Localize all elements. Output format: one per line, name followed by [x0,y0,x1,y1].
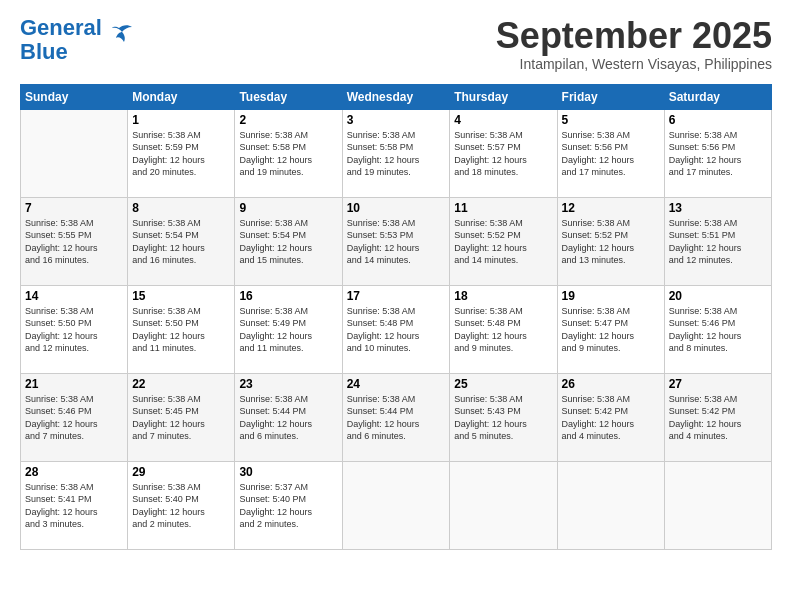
calendar-cell: 12Sunrise: 5:38 AM Sunset: 5:52 PM Dayli… [557,197,664,285]
day-number: 14 [25,289,123,303]
calendar-cell: 4Sunrise: 5:38 AM Sunset: 5:57 PM Daylig… [450,109,557,197]
calendar-cell: 29Sunrise: 5:38 AM Sunset: 5:40 PM Dayli… [128,461,235,549]
calendar-week-row: 14Sunrise: 5:38 AM Sunset: 5:50 PM Dayli… [21,285,772,373]
calendar-cell: 26Sunrise: 5:38 AM Sunset: 5:42 PM Dayli… [557,373,664,461]
calendar-cell: 30Sunrise: 5:37 AM Sunset: 5:40 PM Dayli… [235,461,342,549]
day-info: Sunrise: 5:38 AM Sunset: 5:42 PM Dayligh… [562,393,660,443]
day-info: Sunrise: 5:38 AM Sunset: 5:56 PM Dayligh… [669,129,767,179]
day-info: Sunrise: 5:38 AM Sunset: 5:55 PM Dayligh… [25,217,123,267]
month-title: September 2025 [496,16,772,56]
calendar-cell: 11Sunrise: 5:38 AM Sunset: 5:52 PM Dayli… [450,197,557,285]
calendar-cell: 22Sunrise: 5:38 AM Sunset: 5:45 PM Dayli… [128,373,235,461]
calendar-cell: 10Sunrise: 5:38 AM Sunset: 5:53 PM Dayli… [342,197,450,285]
day-number: 26 [562,377,660,391]
day-info: Sunrise: 5:38 AM Sunset: 5:44 PM Dayligh… [347,393,446,443]
day-info: Sunrise: 5:38 AM Sunset: 5:50 PM Dayligh… [25,305,123,355]
calendar-cell: 17Sunrise: 5:38 AM Sunset: 5:48 PM Dayli… [342,285,450,373]
day-number: 24 [347,377,446,391]
column-header-saturday: Saturday [664,84,771,109]
day-number: 16 [239,289,337,303]
day-number: 20 [669,289,767,303]
calendar-cell: 23Sunrise: 5:38 AM Sunset: 5:44 PM Dayli… [235,373,342,461]
day-number: 7 [25,201,123,215]
title-block: September 2025 Intampilan, Western Visay… [496,16,772,72]
day-info: Sunrise: 5:38 AM Sunset: 5:59 PM Dayligh… [132,129,230,179]
calendar-week-row: 7Sunrise: 5:38 AM Sunset: 5:55 PM Daylig… [21,197,772,285]
calendar-cell [664,461,771,549]
calendar-cell: 14Sunrise: 5:38 AM Sunset: 5:50 PM Dayli… [21,285,128,373]
day-number: 17 [347,289,446,303]
day-info: Sunrise: 5:38 AM Sunset: 5:56 PM Dayligh… [562,129,660,179]
calendar-week-row: 21Sunrise: 5:38 AM Sunset: 5:46 PM Dayli… [21,373,772,461]
day-number: 22 [132,377,230,391]
calendar-cell [342,461,450,549]
day-number: 5 [562,113,660,127]
day-info: Sunrise: 5:38 AM Sunset: 5:45 PM Dayligh… [132,393,230,443]
day-number: 18 [454,289,552,303]
day-number: 15 [132,289,230,303]
calendar-cell: 2Sunrise: 5:38 AM Sunset: 5:58 PM Daylig… [235,109,342,197]
calendar-cell [450,461,557,549]
column-header-tuesday: Tuesday [235,84,342,109]
calendar-cell: 3Sunrise: 5:38 AM Sunset: 5:58 PM Daylig… [342,109,450,197]
calendar-cell: 28Sunrise: 5:38 AM Sunset: 5:41 PM Dayli… [21,461,128,549]
day-number: 23 [239,377,337,391]
logo: GeneralBlue [20,16,134,64]
calendar-cell: 5Sunrise: 5:38 AM Sunset: 5:56 PM Daylig… [557,109,664,197]
calendar-week-row: 28Sunrise: 5:38 AM Sunset: 5:41 PM Dayli… [21,461,772,549]
day-info: Sunrise: 5:38 AM Sunset: 5:51 PM Dayligh… [669,217,767,267]
day-info: Sunrise: 5:38 AM Sunset: 5:43 PM Dayligh… [454,393,552,443]
day-number: 1 [132,113,230,127]
calendar-cell: 8Sunrise: 5:38 AM Sunset: 5:54 PM Daylig… [128,197,235,285]
day-info: Sunrise: 5:38 AM Sunset: 5:58 PM Dayligh… [347,129,446,179]
day-number: 25 [454,377,552,391]
day-info: Sunrise: 5:38 AM Sunset: 5:52 PM Dayligh… [562,217,660,267]
day-number: 30 [239,465,337,479]
day-info: Sunrise: 5:38 AM Sunset: 5:57 PM Dayligh… [454,129,552,179]
day-number: 29 [132,465,230,479]
day-info: Sunrise: 5:38 AM Sunset: 5:46 PM Dayligh… [25,393,123,443]
column-header-wednesday: Wednesday [342,84,450,109]
day-number: 4 [454,113,552,127]
calendar-week-row: 1Sunrise: 5:38 AM Sunset: 5:59 PM Daylig… [21,109,772,197]
day-number: 19 [562,289,660,303]
column-header-friday: Friday [557,84,664,109]
calendar-cell: 24Sunrise: 5:38 AM Sunset: 5:44 PM Dayli… [342,373,450,461]
calendar-cell: 9Sunrise: 5:38 AM Sunset: 5:54 PM Daylig… [235,197,342,285]
day-number: 13 [669,201,767,215]
day-info: Sunrise: 5:38 AM Sunset: 5:46 PM Dayligh… [669,305,767,355]
day-info: Sunrise: 5:38 AM Sunset: 5:40 PM Dayligh… [132,481,230,531]
day-number: 2 [239,113,337,127]
day-info: Sunrise: 5:38 AM Sunset: 5:47 PM Dayligh… [562,305,660,355]
day-number: 12 [562,201,660,215]
day-number: 27 [669,377,767,391]
calendar-cell [557,461,664,549]
logo-blue: Blue [20,39,68,64]
day-info: Sunrise: 5:38 AM Sunset: 5:53 PM Dayligh… [347,217,446,267]
day-info: Sunrise: 5:38 AM Sunset: 5:58 PM Dayligh… [239,129,337,179]
day-info: Sunrise: 5:38 AM Sunset: 5:41 PM Dayligh… [25,481,123,531]
day-number: 9 [239,201,337,215]
column-header-thursday: Thursday [450,84,557,109]
day-info: Sunrise: 5:37 AM Sunset: 5:40 PM Dayligh… [239,481,337,531]
calendar-cell: 19Sunrise: 5:38 AM Sunset: 5:47 PM Dayli… [557,285,664,373]
calendar-cell: 21Sunrise: 5:38 AM Sunset: 5:46 PM Dayli… [21,373,128,461]
logo-general: General [20,15,102,40]
calendar-cell: 6Sunrise: 5:38 AM Sunset: 5:56 PM Daylig… [664,109,771,197]
day-info: Sunrise: 5:38 AM Sunset: 5:54 PM Dayligh… [132,217,230,267]
logo-text: GeneralBlue [20,16,102,64]
calendar-cell [21,109,128,197]
day-number: 28 [25,465,123,479]
day-info: Sunrise: 5:38 AM Sunset: 5:54 PM Dayligh… [239,217,337,267]
calendar-cell: 16Sunrise: 5:38 AM Sunset: 5:49 PM Dayli… [235,285,342,373]
day-info: Sunrise: 5:38 AM Sunset: 5:49 PM Dayligh… [239,305,337,355]
day-info: Sunrise: 5:38 AM Sunset: 5:50 PM Dayligh… [132,305,230,355]
calendar-header-row: SundayMondayTuesdayWednesdayThursdayFrid… [21,84,772,109]
day-number: 11 [454,201,552,215]
logo-bird-icon [104,24,134,46]
column-header-monday: Monday [128,84,235,109]
calendar-cell: 18Sunrise: 5:38 AM Sunset: 5:48 PM Dayli… [450,285,557,373]
calendar-cell: 7Sunrise: 5:38 AM Sunset: 5:55 PM Daylig… [21,197,128,285]
location-subtitle: Intampilan, Western Visayas, Philippines [496,56,772,72]
day-info: Sunrise: 5:38 AM Sunset: 5:48 PM Dayligh… [347,305,446,355]
